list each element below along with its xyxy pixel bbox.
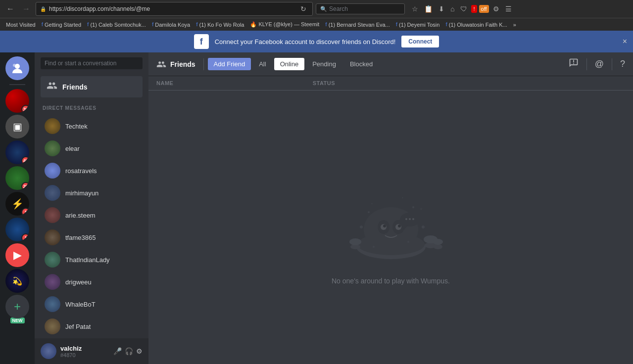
server-2[interactable]: ▣: [5, 115, 29, 138]
fb-icon: f: [42, 22, 43, 27]
fb-icon: f: [196, 22, 197, 27]
dm-item-arie-steem[interactable]: arie.steem: [39, 204, 145, 226]
mute-button[interactable]: 🎤: [113, 347, 122, 355]
settings-button[interactable]: ⚙: [136, 347, 143, 355]
dm-item-mirhimayun[interactable]: mirhimayun: [39, 182, 145, 204]
fb-icon: f: [325, 22, 327, 27]
svg-point-29: [360, 226, 363, 228]
username: valchiz: [60, 345, 109, 352]
address-bar[interactable]: 🔒 https://discordapp.com/channels/@me ↻: [36, 2, 313, 16]
download-button[interactable]: ⬇: [437, 4, 446, 14]
reading-list-button[interactable]: 📋: [422, 4, 435, 14]
help-icon[interactable]: ?: [620, 59, 625, 69]
blocked-tab[interactable]: Blocked: [344, 58, 379, 70]
friends-label: Friends: [62, 83, 88, 91]
dm-item-elear[interactable]: elear: [39, 137, 145, 159]
dm-item-drigweeu[interactable]: drigweeu: [39, 271, 145, 293]
friends-header-title: Friends: [170, 60, 195, 68]
shield-button[interactable]: 🛡: [458, 4, 469, 14]
deafen-button[interactable]: 🎧: [125, 347, 133, 355]
server-7[interactable]: 💫: [5, 269, 29, 293]
browser-search[interactable]: 🔍 Search: [316, 3, 405, 14]
friends-nav-item[interactable]: Friends: [41, 76, 143, 97]
user-tag: #4870: [60, 352, 109, 358]
star-button[interactable]: ☆: [410, 4, 420, 14]
back-button[interactable]: ←: [4, 3, 17, 14]
server-badge-4: 25: [21, 182, 29, 190]
dm-item-jef-patat[interactable]: Jef Patat: [39, 316, 145, 337]
server-badge-3: 40: [21, 156, 29, 164]
address-text: https://discordapp.com/channels/@me: [49, 5, 295, 12]
facebook-icon: f: [194, 34, 209, 49]
server-1[interactable]: 36: [5, 89, 29, 113]
dm-avatar-jef-patat: [45, 318, 60, 334]
friends-icon: [47, 80, 57, 93]
new-dm-icon[interactable]: [569, 58, 579, 70]
add-server-button[interactable]: +: [5, 295, 29, 318]
main-content: Friends Add Friend All Online Pending Bl…: [148, 52, 633, 364]
server-4[interactable]: 25: [5, 166, 29, 190]
home-button[interactable]: ⌂: [448, 4, 456, 14]
online-tab[interactable]: Online: [274, 58, 305, 70]
svg-point-1: [13, 64, 16, 67]
bookmark-caleb[interactable]: f (1) Caleb Somtochuk...: [85, 21, 148, 28]
bookmark-getting-started[interactable]: f Getting Started: [40, 21, 83, 28]
pending-tab[interactable]: Pending: [306, 58, 342, 70]
svg-point-26: [412, 206, 414, 208]
user-panel-icons: 🎤 🎧 ⚙: [113, 347, 143, 355]
facebook-banner-close[interactable]: ×: [623, 37, 627, 46]
bookmark-deyemi[interactable]: f (1) Deyemi Tosin: [394, 21, 442, 28]
dm-item-thatindianlady[interactable]: ThatIndianLady: [39, 249, 145, 271]
bookmark-more[interactable]: »: [511, 21, 518, 28]
bookmark-oluwatosin[interactable]: f (1) Oluwatosin Faith K...: [443, 21, 509, 28]
svg-text:+: +: [420, 206, 423, 212]
svg-point-14: [409, 218, 411, 220]
bookmark-damilola[interactable]: f Damilola Koya: [150, 21, 192, 28]
header-divider-1: [203, 58, 204, 70]
facebook-banner-text: Connect your Facebook account to discove…: [215, 38, 396, 46]
friends-table-header: NAME STATUS: [148, 76, 633, 91]
bookmark-klye[interactable]: 🔥 KLYE (@klye) — Steemit: [248, 21, 321, 28]
new-server-container: + NEW: [5, 295, 29, 323]
dm-avatar-tfame3865: [45, 229, 60, 245]
dm-avatar-elear: [45, 140, 60, 156]
server-5[interactable]: ⚡ 1: [5, 192, 29, 216]
user-avatar: [41, 343, 56, 359]
svg-text:•: •: [402, 195, 403, 200]
ext2-button[interactable]: off: [479, 5, 489, 13]
dm-item-rosatravels[interactable]: rosatravels: [39, 160, 145, 182]
all-tab[interactable]: All: [253, 58, 272, 70]
dm-search-input[interactable]: [41, 57, 143, 69]
svg-point-28: [373, 246, 375, 248]
forward-button[interactable]: →: [20, 3, 33, 14]
bookmark-kofo[interactable]: f (1) Ko Fo Wo Rola: [194, 21, 246, 28]
add-friend-tab[interactable]: Add Friend: [208, 58, 251, 70]
svg-point-15: [412, 218, 414, 220]
mention-icon[interactable]: @: [595, 59, 604, 69]
dm-name-drigweeu: drigweeu: [65, 278, 92, 286]
ext3-button[interactable]: ⚙: [491, 4, 501, 14]
home-button[interactable]: [5, 56, 29, 80]
dm-name-arie-steem: arie.steem: [65, 212, 96, 219]
server-play[interactable]: ▶: [5, 243, 29, 267]
menu-button[interactable]: ☰: [503, 4, 514, 14]
server-3[interactable]: 40: [5, 140, 29, 164]
dm-item-whalebot[interactable]: WhaleBoT: [39, 293, 145, 315]
ext1-button[interactable]: !: [471, 5, 477, 13]
facebook-connect-button[interactable]: Connect: [401, 36, 439, 47]
svg-point-10: [398, 225, 401, 228]
fb-icon: f: [87, 22, 89, 27]
user-panel: valchiz #4870 🎤 🎧 ⚙: [35, 338, 148, 364]
dm-item-tfame3865[interactable]: tfame3865: [39, 227, 145, 248]
svg-point-13: [405, 218, 407, 220]
server-6[interactable]: 1: [5, 218, 29, 241]
dm-item-techtek[interactable]: Techtek: [39, 115, 145, 137]
bookmark-most-visited[interactable]: Most Visited: [4, 21, 38, 28]
bookmark-bernard[interactable]: f (1) Bernard Stevan Eva...: [323, 21, 391, 28]
dm-avatar-arie-steem: [45, 207, 60, 223]
dm-name-whalebot: WhaleBoT: [65, 301, 96, 308]
server-badge-1: 36: [21, 105, 29, 113]
refresh-button[interactable]: ↻: [298, 4, 308, 14]
fb-icon: f: [396, 22, 397, 27]
dm-name-elear: elear: [65, 145, 80, 152]
